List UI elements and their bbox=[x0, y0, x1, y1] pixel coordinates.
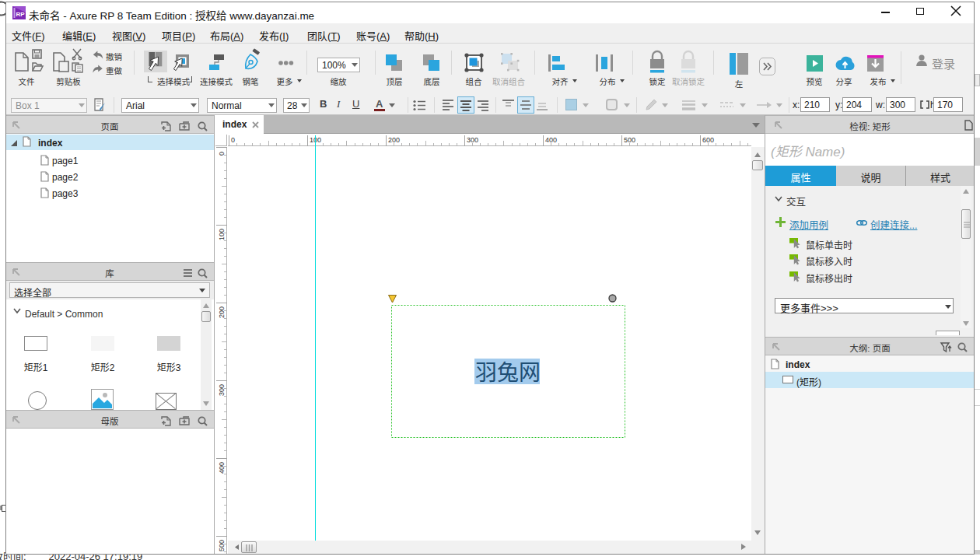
svg-text:300: 300 bbox=[467, 136, 478, 144]
svg-text:200: 200 bbox=[388, 136, 400, 144]
svg-text:200: 200 bbox=[218, 306, 226, 318]
svg-text:0: 0 bbox=[218, 152, 226, 156]
svg-text:100: 100 bbox=[218, 229, 226, 240]
svg-text:RP: RP bbox=[16, 11, 26, 18]
svg-text:500: 500 bbox=[218, 540, 226, 551]
svg-text:600: 600 bbox=[702, 136, 714, 144]
svg-text:400: 400 bbox=[218, 462, 226, 474]
svg-text:300: 300 bbox=[218, 384, 226, 396]
svg-text:500: 500 bbox=[624, 136, 635, 144]
svg-text:400: 400 bbox=[545, 136, 557, 144]
svg-text:0: 0 bbox=[231, 136, 235, 144]
